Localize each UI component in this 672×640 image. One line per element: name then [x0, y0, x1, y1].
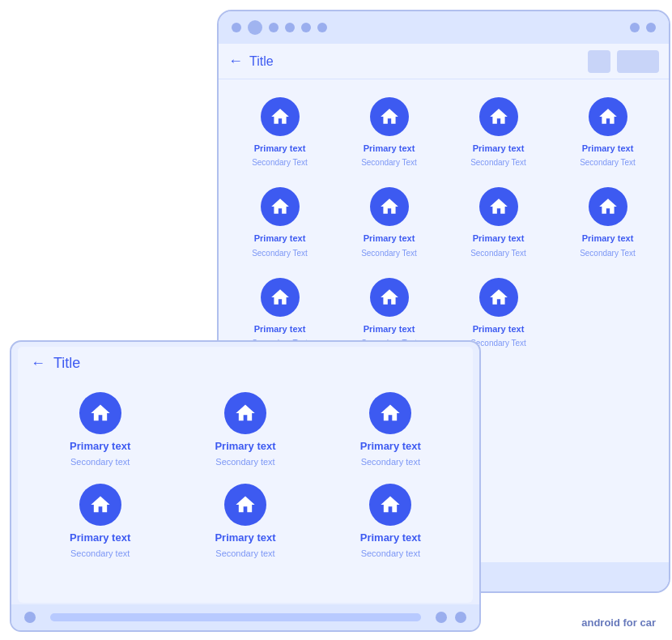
- home-icon: [379, 402, 402, 425]
- grid-primary-text: Primary text: [473, 323, 525, 335]
- tablet-home-icon-circle: [369, 484, 411, 526]
- tab-dot-2: [436, 612, 447, 623]
- home-icon: [270, 196, 291, 217]
- status-dot-3: [285, 23, 295, 32]
- home-icon-circle: [479, 187, 518, 226]
- tablet-secondary-text: Secondary text: [215, 548, 274, 559]
- home-icon: [598, 106, 619, 127]
- grid-item[interactable]: Primary text Secondary Text: [444, 179, 553, 269]
- tablet-screen: ← Title Primary text Secondary text Prim…: [18, 347, 473, 603]
- grid-secondary-text: Secondary Text: [470, 248, 526, 258]
- home-icon-circle: [261, 187, 300, 226]
- phone-icon-btn-2[interactable]: [617, 50, 659, 73]
- tablet-home-icon-circle: [369, 392, 411, 434]
- home-icon-circle: [261, 278, 300, 317]
- home-icon: [234, 402, 257, 425]
- grid-primary-text: Primary text: [582, 143, 634, 154]
- status-dot-5: [317, 23, 327, 32]
- tablet-grid-item[interactable]: Primary text Secondary text: [318, 477, 463, 569]
- tablet-grid-item[interactable]: Primary text Secondary text: [28, 477, 172, 569]
- tablet-primary-text: Primary text: [70, 531, 130, 545]
- grid-item[interactable]: Primary text Secondary Text: [553, 89, 662, 179]
- tablet-frame: ← Title Primary text Secondary text Prim…: [10, 340, 481, 632]
- grid-secondary-text: Secondary Text: [252, 157, 308, 168]
- grid-primary-text: Primary text: [364, 323, 415, 335]
- tablet-grid: Primary text Secondary text Primary text…: [18, 379, 473, 603]
- grid-primary-text: Primary text: [254, 233, 306, 244]
- status-dot-r2: [646, 23, 656, 32]
- home-icon: [89, 493, 112, 516]
- phone-icon-btn-1[interactable]: [588, 50, 610, 73]
- tablet-home-icon-circle: [79, 484, 121, 526]
- grid-primary-text: Primary text: [473, 233, 525, 244]
- status-dot-1: [232, 23, 241, 32]
- tablet-primary-text: Primary text: [360, 440, 421, 454]
- home-icon-circle: [479, 278, 518, 317]
- home-icon: [234, 493, 257, 516]
- grid-item[interactable]: Primary text Secondary Text: [444, 89, 553, 179]
- tablet-secondary-text: Secondary text: [215, 456, 274, 467]
- grid-item[interactable]: Primary text Secondary Text: [225, 89, 334, 179]
- grid-item[interactable]: Primary text Secondary Text: [553, 179, 662, 269]
- tablet-app-bar: ← Title: [18, 347, 473, 379]
- grid-primary-text: Primary text: [364, 233, 415, 244]
- status-dot-4: [301, 23, 311, 32]
- home-icon: [598, 196, 619, 217]
- tablet-grid-item[interactable]: Primary text Secondary text: [318, 386, 463, 477]
- tablet-secondary-text: Secondary text: [70, 456, 130, 467]
- tablet-primary-text: Primary text: [360, 531, 421, 545]
- tablet-secondary-text: Secondary text: [361, 456, 420, 467]
- grid-secondary-text: Secondary Text: [252, 248, 308, 258]
- home-icon: [270, 287, 291, 308]
- tablet-primary-text: Primary text: [215, 440, 275, 454]
- tablet-secondary-text: Secondary text: [361, 548, 420, 559]
- tablet-title: Title: [53, 355, 80, 372]
- back-arrow-icon[interactable]: ←: [228, 53, 243, 70]
- android-suffix-text: for car: [620, 617, 656, 629]
- grid-secondary-text: Secondary Text: [580, 248, 636, 258]
- home-icon: [488, 196, 509, 217]
- tablet-home-icon-circle: [79, 392, 121, 434]
- tablet-primary-text: Primary text: [215, 531, 275, 545]
- status-dot-2: [269, 23, 279, 32]
- tablet-home-icon-circle: [224, 484, 266, 526]
- home-icon-circle: [589, 97, 627, 136]
- grid-item[interactable]: Primary text Secondary Text: [334, 179, 444, 269]
- grid-primary-text: Primary text: [254, 143, 306, 154]
- grid-secondary-text: Secondary Text: [580, 157, 636, 168]
- home-icon: [379, 287, 400, 308]
- phone-status-bar: [219, 11, 669, 44]
- tab-bar-pill: [50, 613, 421, 621]
- home-icon-circle: [370, 97, 409, 136]
- status-dot-camera: [248, 20, 262, 35]
- tablet-secondary-text: Secondary text: [70, 548, 130, 559]
- tablet-grid-item[interactable]: Primary text Secondary text: [28, 386, 172, 477]
- home-icon: [488, 287, 509, 308]
- grid-item[interactable]: Primary text Secondary Text: [225, 179, 334, 269]
- grid-primary-text: Primary text: [254, 323, 306, 335]
- tab-dot-3: [455, 612, 466, 623]
- home-icon: [379, 493, 402, 516]
- grid-primary-text: Primary text: [582, 233, 634, 244]
- android-label-text: android: [581, 617, 620, 629]
- tablet-back-arrow-icon[interactable]: ←: [31, 355, 45, 372]
- tablet-grid-item[interactable]: Primary text Secondary text: [172, 386, 317, 477]
- grid-secondary-text: Secondary Text: [361, 157, 417, 168]
- grid-primary-text: Primary text: [364, 143, 415, 154]
- home-icon-circle: [479, 97, 518, 136]
- tablet-grid-item[interactable]: Primary text Secondary text: [172, 477, 317, 569]
- phone-app-bar: ← Title: [219, 44, 669, 79]
- home-icon: [379, 196, 400, 217]
- grid-item[interactable]: Primary text Secondary Text: [334, 89, 444, 179]
- tab-dot-1: [24, 612, 36, 623]
- android-for-car-label: android for car: [581, 617, 656, 629]
- tablet-primary-text: Primary text: [70, 440, 130, 454]
- home-icon-circle: [370, 278, 409, 317]
- tablet-bottom-bar: [11, 604, 479, 630]
- home-icon-circle: [589, 187, 627, 226]
- home-icon-circle: [370, 187, 409, 226]
- home-icon: [89, 402, 112, 425]
- tablet-home-icon-circle: [224, 392, 266, 434]
- status-dot-r1: [630, 23, 640, 32]
- home-icon: [488, 106, 509, 127]
